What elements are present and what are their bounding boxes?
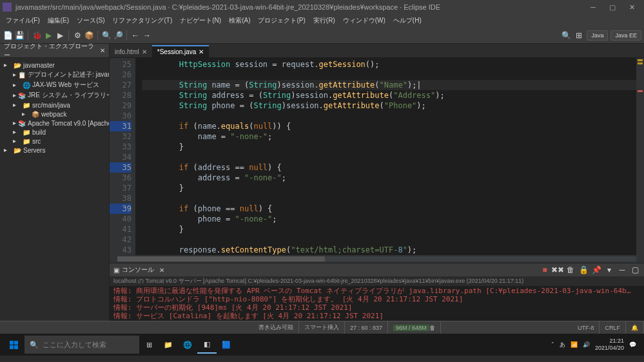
line-number[interactable]: 30: [110, 111, 132, 121]
console-min-icon[interactable]: ─: [617, 265, 627, 275]
console-line[interactable]: 情報: プロトコルハンドラ ["http-nio-8080"] を初期化します。…: [113, 295, 640, 303]
line-number[interactable]: 41: [110, 224, 132, 234]
line-number[interactable]: 37: [110, 183, 132, 193]
console-line[interactable]: 情報: サーブレットエンジンの起動：[Apache Tomcat/9.0.44]…: [113, 320, 640, 321]
line-number[interactable]: 40: [110, 214, 132, 224]
open-type-icon[interactable]: 🔍: [101, 30, 112, 41]
code-line[interactable]: }: [142, 224, 636, 234]
tree-item[interactable]: ▸🌐JAX-WS Web サービス: [1, 80, 108, 90]
maximize-button[interactable]: ▢: [603, 1, 622, 14]
overview-ruler[interactable]: [636, 58, 644, 255]
line-number[interactable]: 25: [110, 59, 132, 70]
search-icon[interactable]: 🔎: [113, 30, 123, 41]
menu-source[interactable]: ソース(S): [73, 16, 108, 25]
menu-window[interactable]: ウィンドウ(W): [340, 16, 389, 25]
tray-volume-icon[interactable]: 🔊: [583, 341, 590, 348]
line-number[interactable]: 43: [110, 245, 132, 255]
app-browser-icon[interactable]: 🟦: [217, 336, 236, 354]
tray-network-icon[interactable]: 📶: [571, 341, 578, 348]
tree-item[interactable]: ▸📁src/main/java: [1, 100, 108, 110]
line-number[interactable]: 36: [110, 173, 132, 183]
perspective-javaee[interactable]: Java EE: [610, 30, 641, 41]
code-line[interactable]: if (name.equals(null)) {: [142, 121, 636, 131]
code-line[interactable]: String name = (String)session.getAttribu…: [142, 80, 636, 90]
code-line[interactable]: [142, 193, 636, 204]
open-perspective-icon[interactable]: ⊞: [574, 30, 584, 41]
pin-console-icon[interactable]: 📌: [591, 265, 601, 275]
tray-time[interactable]: 21:21: [595, 338, 624, 345]
code-line[interactable]: String phone = (String)session.getAttrib…: [142, 100, 636, 111]
tree-item[interactable]: ▸📂Servers: [1, 146, 108, 155]
save-icon[interactable]: 💾: [14, 30, 24, 41]
code-editor[interactable]: 2526272829303132333435363738394041424344…: [110, 58, 644, 255]
scroll-lock-icon[interactable]: 🔒: [578, 265, 589, 275]
menu-edit[interactable]: 編集(E): [44, 16, 72, 25]
menu-help[interactable]: ヘルプ(H): [390, 16, 425, 25]
menu-project[interactable]: プロジェクト(P): [255, 16, 308, 25]
tree-item[interactable]: ▸📂javamaster: [1, 61, 108, 70]
tray-notifications-icon[interactable]: 💬: [629, 341, 636, 348]
line-number[interactable]: 39: [110, 204, 132, 214]
code-line[interactable]: [142, 70, 636, 80]
editor-tab[interactable]: *Session.java✕: [152, 45, 210, 57]
line-number[interactable]: 28: [110, 90, 132, 100]
back-icon[interactable]: ←: [130, 30, 141, 41]
line-number[interactable]: 32: [110, 131, 132, 142]
run-icon[interactable]: ▶: [43, 30, 54, 41]
tree-item[interactable]: ▸📦webpack: [1, 110, 108, 119]
code-line[interactable]: }: [142, 183, 636, 193]
tray-chevron-icon[interactable]: ˄: [551, 341, 554, 348]
line-number[interactable]: 38: [110, 193, 132, 204]
menu-run[interactable]: 実行(R): [310, 16, 338, 25]
code-line[interactable]: String address = (String)session.getAttr…: [142, 90, 636, 100]
clear-console-icon[interactable]: 🗑: [565, 265, 576, 275]
perspective-java[interactable]: Java: [587, 30, 608, 41]
terminate-icon[interactable]: ■: [540, 265, 550, 275]
status-encoding[interactable]: UTF-8: [572, 321, 600, 334]
app-edge-icon[interactable]: 🌐: [178, 336, 197, 354]
console-max-icon[interactable]: ▢: [630, 265, 640, 275]
console-tab-close-icon[interactable]: ✕: [159, 267, 164, 274]
code-line[interactable]: response.setContentType("text/html;chars…: [142, 245, 636, 255]
app-explorer-icon[interactable]: 📁: [159, 336, 178, 354]
code-line[interactable]: name = "-none-";: [142, 131, 636, 142]
start-button[interactable]: [3, 336, 24, 354]
console-line[interactable]: 情報: サーバーの初期化 [948]ms [火 4月 20 21:17:12 J…: [113, 303, 640, 312]
code-line[interactable]: phone = "-none-";: [142, 214, 636, 224]
remove-all-icon[interactable]: ✖✖: [552, 265, 563, 275]
code-line[interactable]: [142, 111, 636, 121]
line-number[interactable]: 33: [110, 142, 132, 152]
app-eclipse-icon[interactable]: ◧: [197, 336, 217, 354]
tree-item[interactable]: ▸📚Apache Tomcat v9.0 [Apache Tomcat v9.0…: [1, 119, 108, 128]
tree-item[interactable]: ▸📁build: [1, 128, 108, 137]
line-number[interactable]: 31: [110, 121, 132, 131]
menu-navigate[interactable]: ナビゲート(N): [177, 16, 224, 25]
new-package-icon[interactable]: 📦: [84, 30, 94, 41]
run-last-icon[interactable]: ▶: [55, 30, 65, 41]
line-number[interactable]: 27: [110, 80, 132, 90]
tray-date[interactable]: 2021/04/20: [595, 345, 624, 352]
display-console-icon[interactable]: ▾: [604, 265, 614, 275]
status-heap[interactable]: 96M / 648M 🗑: [388, 321, 441, 334]
debug-icon[interactable]: 🐞: [32, 30, 42, 41]
taskbar-search[interactable]: 🔍 ここに入力して検索: [24, 336, 139, 354]
editor-tab[interactable]: info.html✕: [110, 46, 152, 57]
code-line[interactable]: address = "-none-";: [142, 173, 636, 183]
status-notifications-icon[interactable]: 🔔: [626, 321, 644, 334]
line-number[interactable]: 34: [110, 152, 132, 162]
code-line[interactable]: if (address == null) {: [142, 162, 636, 173]
tree-item[interactable]: ▸📁src: [1, 137, 108, 146]
tab-close-icon[interactable]: ✕: [199, 48, 204, 55]
line-number[interactable]: 29: [110, 100, 132, 111]
line-number[interactable]: 35: [110, 162, 132, 173]
console-line[interactable]: 情報: 商用環境に最適な性能を発揮する APR ベースの Tomcat ネイティ…: [113, 287, 640, 295]
console-output[interactable]: 情報: 商用環境に最適な性能を発揮する APR ベースの Tomcat ネイティ…: [110, 286, 644, 321]
menu-refactor[interactable]: リファクタリング(T): [109, 16, 175, 25]
task-view-icon[interactable]: ⊞: [139, 336, 159, 354]
new-icon[interactable]: 📄: [3, 30, 13, 41]
explorer-close-icon[interactable]: ✕: [100, 47, 105, 54]
line-number[interactable]: 42: [110, 234, 132, 245]
code-line[interactable]: [142, 152, 636, 162]
code-content[interactable]: HttpSession session = request.getSession…: [135, 58, 636, 255]
line-number[interactable]: 26: [110, 70, 132, 80]
